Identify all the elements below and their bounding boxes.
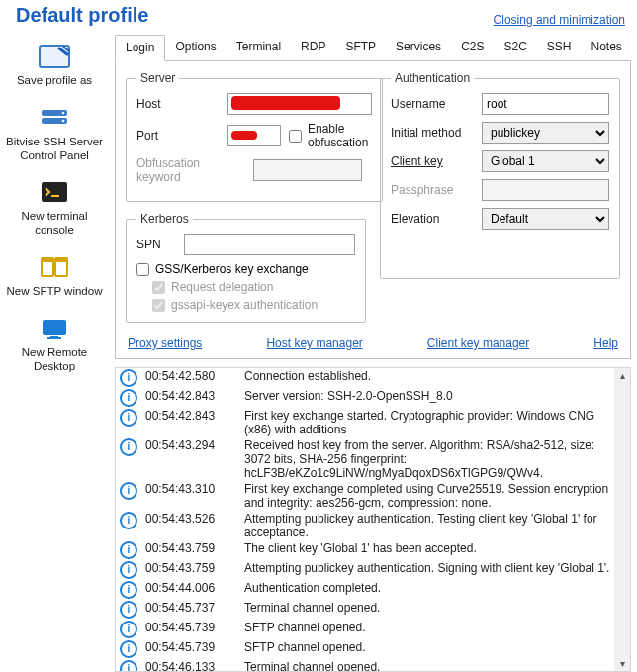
info-icon: i	[120, 621, 137, 638]
tab-terminal[interactable]: Terminal	[227, 35, 291, 60]
info-icon: i	[120, 409, 137, 427]
log-message: Authentication completed.	[240, 580, 614, 600]
info-icon: i	[120, 561, 137, 579]
log-timestamp: 00:54:44.006	[141, 580, 240, 600]
log-message: Attempting publickey authentication. Sig…	[240, 560, 614, 580]
info-icon: i	[120, 512, 137, 529]
scroll-up-icon[interactable]: ▴	[620, 370, 625, 381]
client-key-select[interactable]: Global 1	[482, 150, 609, 172]
svg-rect-10	[55, 258, 67, 262]
gssapi-keyex-input	[152, 299, 165, 312]
log-timestamp: 00:54:43.759	[141, 560, 240, 580]
tab-ssh[interactable]: SSH	[537, 35, 582, 60]
host-label: Host	[136, 97, 220, 111]
log-row: i00:54:42.843First key exchange started.…	[116, 408, 614, 437]
scrollbar[interactable]: ▴ ▾	[614, 368, 630, 671]
sidebar-new-terminal[interactable]: New terminal console	[0, 176, 109, 238]
enable-obfuscation-label: Enable obfuscation	[308, 122, 372, 149]
sidebar-new-remote-desktop[interactable]: New Remote Desktop	[0, 313, 109, 374]
gss-kex-checkbox[interactable]: GSS/Kerberos key exchange	[136, 262, 355, 276]
closing-minimization-link[interactable]: Closing and minimization	[494, 13, 625, 27]
info-icon: i	[120, 541, 137, 559]
svg-point-4	[62, 119, 65, 122]
server-group: Server Host Port	[126, 71, 383, 202]
log-timestamp: 00:54:43.759	[141, 540, 240, 560]
tab-rdp[interactable]: RDP	[291, 35, 335, 60]
username-input[interactable]	[482, 93, 609, 115]
gss-kex-label: GSS/Kerberos key exchange	[155, 262, 309, 276]
log-panel: i00:54:42.580Connection established.i00:…	[115, 367, 631, 672]
host-key-manager-link[interactable]: Host key manager	[266, 336, 362, 350]
tab-about[interactable]: About	[632, 35, 637, 60]
tab-notes[interactable]: Notes	[582, 35, 632, 60]
obf-keyword-input	[253, 159, 362, 181]
info-icon: i	[120, 389, 137, 407]
log-message: SFTP channel opened.	[240, 620, 614, 639]
kerberos-legend: Kerberos	[136, 212, 193, 226]
sidebar-save-profile[interactable]: Save profile as	[0, 41, 109, 88]
spn-input[interactable]	[184, 234, 355, 255]
log-row: i00:54:43.310First key exchange complete…	[116, 481, 614, 511]
log-timestamp: 00:54:43.310	[141, 481, 240, 511]
svg-rect-5	[42, 182, 67, 202]
gssapi-keyex-label: gssapi-keyex authentication	[171, 298, 318, 312]
proxy-settings-link[interactable]: Proxy settings	[128, 336, 202, 350]
scroll-down-icon[interactable]: ▾	[620, 658, 625, 669]
tab-c2s[interactable]: C2S	[451, 35, 494, 60]
log-row: i00:54:45.739SFTP channel opened.	[116, 639, 614, 659]
tab-services[interactable]: Services	[386, 35, 451, 60]
log-timestamp: 00:54:42.843	[141, 408, 240, 437]
tab-login[interactable]: Login	[115, 35, 165, 61]
info-icon: i	[120, 369, 137, 387]
port-label: Port	[136, 129, 220, 143]
enable-obfuscation-checkbox[interactable]: Enable obfuscation	[289, 122, 372, 149]
gss-kex-input[interactable]	[136, 263, 149, 276]
tab-strip: LoginOptionsTerminalRDPSFTPServicesC2SS2…	[115, 35, 631, 61]
sidebar-item-label: Save profile as	[15, 74, 94, 88]
help-link[interactable]: Help	[593, 336, 618, 350]
log-scroll[interactable]: i00:54:42.580Connection established.i00:…	[116, 368, 614, 671]
elevation-select[interactable]: Default	[482, 208, 609, 230]
req-delegation-checkbox: Request delegation	[152, 280, 355, 294]
info-icon: i	[120, 640, 137, 658]
username-label: Username	[391, 97, 474, 111]
login-tab-panel: Server Host Port	[115, 61, 631, 359]
req-delegation-input	[152, 281, 165, 294]
auth-group: Authentication Username Initial method p…	[380, 71, 620, 279]
log-message: Terminal channel opened.	[240, 600, 614, 620]
sidebar-new-sftp[interactable]: New SFTP window	[0, 251, 109, 299]
client-key-link[interactable]: Client key	[391, 154, 474, 168]
log-message: SFTP channel opened.	[240, 639, 614, 659]
svg-point-3	[62, 111, 65, 114]
log-message: The client key 'Global 1' has been accep…	[240, 540, 614, 560]
rdp-icon	[37, 313, 72, 344]
log-timestamp: 00:54:43.294	[141, 437, 240, 481]
obf-keyword-label: Obfuscation keyword	[136, 156, 245, 184]
info-icon: i	[120, 482, 137, 500]
initial-method-select[interactable]: publickey	[482, 122, 609, 144]
passphrase-input	[482, 179, 609, 201]
sidebar-server-panel[interactable]: Bitvise SSH Server Control Panel	[0, 102, 109, 163]
sidebar-item-label: Bitvise SSH Server Control Panel	[0, 136, 109, 163]
info-icon: i	[120, 601, 137, 619]
log-table: i00:54:42.580Connection established.i00:…	[116, 368, 614, 671]
client-key-manager-link[interactable]: Client key manager	[427, 336, 529, 350]
passphrase-label: Passphrase	[391, 183, 474, 197]
enable-obfuscation-input[interactable]	[289, 130, 302, 143]
log-message: Terminal channel opened.	[240, 659, 614, 671]
server-icon	[37, 102, 72, 134]
svg-rect-13	[47, 337, 61, 339]
tab-sftp[interactable]: SFTP	[335, 35, 386, 60]
redaction	[231, 131, 257, 140]
tab-options[interactable]: Options	[165, 35, 226, 60]
log-message: Connection established.	[240, 368, 614, 388]
log-row: i00:54:43.759The client key 'Global 1' h…	[116, 540, 614, 560]
kerberos-group: Kerberos SPN GSS/Kerberos key exchange R…	[126, 212, 366, 323]
tab-s2c[interactable]: S2C	[494, 35, 536, 60]
initial-method-label: Initial method	[391, 126, 474, 140]
spn-label: SPN	[136, 238, 176, 251]
sidebar-item-label: New SFTP window	[5, 285, 105, 299]
auth-legend: Authentication	[391, 71, 474, 85]
sidebar: Save profile as Bitvise SSH Server Contr…	[0, 27, 109, 672]
log-row: i00:54:44.006Authentication completed.	[116, 580, 614, 600]
